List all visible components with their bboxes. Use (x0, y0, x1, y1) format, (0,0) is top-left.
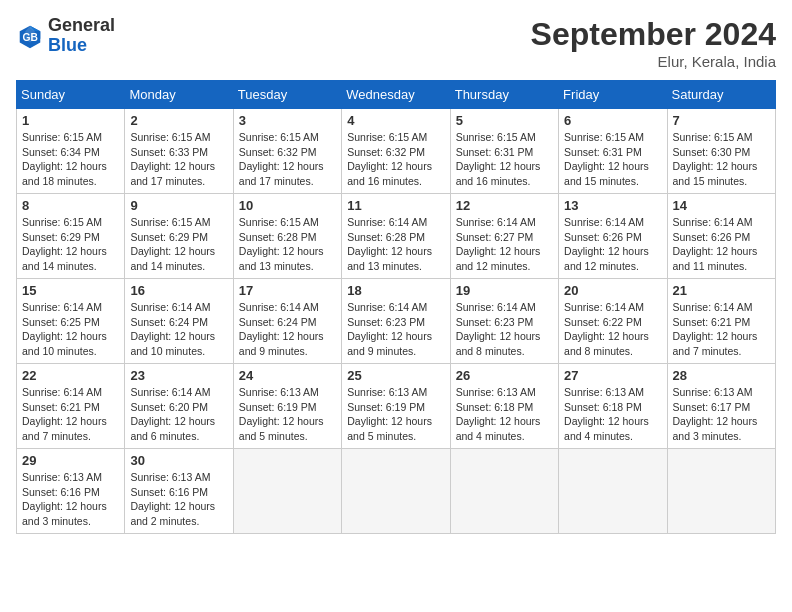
week-row-1: 1 Sunrise: 6:15 AMSunset: 6:34 PMDayligh… (17, 109, 776, 194)
page-header: GB General Blue September 2024 Elur, Ker… (16, 16, 776, 70)
col-friday: Friday (559, 81, 667, 109)
logo-blue: Blue (48, 36, 115, 56)
day-30: 30 Sunrise: 6:13 AMSunset: 6:16 PMDaylig… (125, 449, 233, 534)
day-14: 14 Sunrise: 6:14 AMSunset: 6:26 PMDaylig… (667, 194, 775, 279)
empty-cell-4 (559, 449, 667, 534)
day-24: 24 Sunrise: 6:13 AMSunset: 6:19 PMDaylig… (233, 364, 341, 449)
day-3: 3 Sunrise: 6:15 AMSunset: 6:32 PMDayligh… (233, 109, 341, 194)
col-wednesday: Wednesday (342, 81, 450, 109)
empty-cell-3 (450, 449, 558, 534)
day-28: 28 Sunrise: 6:13 AMSunset: 6:17 PMDaylig… (667, 364, 775, 449)
day-17: 17 Sunrise: 6:14 AMSunset: 6:24 PMDaylig… (233, 279, 341, 364)
day-26: 26 Sunrise: 6:13 AMSunset: 6:18 PMDaylig… (450, 364, 558, 449)
col-tuesday: Tuesday (233, 81, 341, 109)
day-11: 11 Sunrise: 6:14 AMSunset: 6:28 PMDaylig… (342, 194, 450, 279)
logo-icon: GB (16, 22, 44, 50)
day-19: 19 Sunrise: 6:14 AMSunset: 6:23 PMDaylig… (450, 279, 558, 364)
day-5: 5 Sunrise: 6:15 AMSunset: 6:31 PMDayligh… (450, 109, 558, 194)
day-10: 10 Sunrise: 6:15 AMSunset: 6:28 PMDaylig… (233, 194, 341, 279)
day-8: 8 Sunrise: 6:15 AMSunset: 6:29 PMDayligh… (17, 194, 125, 279)
col-monday: Monday (125, 81, 233, 109)
day-18: 18 Sunrise: 6:14 AMSunset: 6:23 PMDaylig… (342, 279, 450, 364)
logo-general: General (48, 16, 115, 36)
col-thursday: Thursday (450, 81, 558, 109)
day-1: 1 Sunrise: 6:15 AMSunset: 6:34 PMDayligh… (17, 109, 125, 194)
day-20: 20 Sunrise: 6:14 AMSunset: 6:22 PMDaylig… (559, 279, 667, 364)
month-title: September 2024 (531, 16, 776, 53)
day-21: 21 Sunrise: 6:14 AMSunset: 6:21 PMDaylig… (667, 279, 775, 364)
empty-cell-5 (667, 449, 775, 534)
day-13: 13 Sunrise: 6:14 AMSunset: 6:26 PMDaylig… (559, 194, 667, 279)
day-16: 16 Sunrise: 6:14 AMSunset: 6:24 PMDaylig… (125, 279, 233, 364)
title-area: September 2024 Elur, Kerala, India (531, 16, 776, 70)
logo-text: General Blue (48, 16, 115, 56)
day-22: 22 Sunrise: 6:14 AMSunset: 6:21 PMDaylig… (17, 364, 125, 449)
day-9: 9 Sunrise: 6:15 AMSunset: 6:29 PMDayligh… (125, 194, 233, 279)
week-row-2: 8 Sunrise: 6:15 AMSunset: 6:29 PMDayligh… (17, 194, 776, 279)
day-29: 29 Sunrise: 6:13 AMSunset: 6:16 PMDaylig… (17, 449, 125, 534)
week-row-3: 15 Sunrise: 6:14 AMSunset: 6:25 PMDaylig… (17, 279, 776, 364)
location-subtitle: Elur, Kerala, India (531, 53, 776, 70)
empty-cell-1 (233, 449, 341, 534)
day-12: 12 Sunrise: 6:14 AMSunset: 6:27 PMDaylig… (450, 194, 558, 279)
week-row-5: 29 Sunrise: 6:13 AMSunset: 6:16 PMDaylig… (17, 449, 776, 534)
day-6: 6 Sunrise: 6:15 AMSunset: 6:31 PMDayligh… (559, 109, 667, 194)
header-row: Sunday Monday Tuesday Wednesday Thursday… (17, 81, 776, 109)
week-row-4: 22 Sunrise: 6:14 AMSunset: 6:21 PMDaylig… (17, 364, 776, 449)
svg-text:GB: GB (23, 31, 38, 42)
day-27: 27 Sunrise: 6:13 AMSunset: 6:18 PMDaylig… (559, 364, 667, 449)
day-4: 4 Sunrise: 6:15 AMSunset: 6:32 PMDayligh… (342, 109, 450, 194)
day-15: 15 Sunrise: 6:14 AMSunset: 6:25 PMDaylig… (17, 279, 125, 364)
day-23: 23 Sunrise: 6:14 AMSunset: 6:20 PMDaylig… (125, 364, 233, 449)
day-7: 7 Sunrise: 6:15 AMSunset: 6:30 PMDayligh… (667, 109, 775, 194)
day-25: 25 Sunrise: 6:13 AMSunset: 6:19 PMDaylig… (342, 364, 450, 449)
col-saturday: Saturday (667, 81, 775, 109)
logo: GB General Blue (16, 16, 115, 56)
col-sunday: Sunday (17, 81, 125, 109)
calendar-table: Sunday Monday Tuesday Wednesday Thursday… (16, 80, 776, 534)
empty-cell-2 (342, 449, 450, 534)
day-2: 2 Sunrise: 6:15 AMSunset: 6:33 PMDayligh… (125, 109, 233, 194)
